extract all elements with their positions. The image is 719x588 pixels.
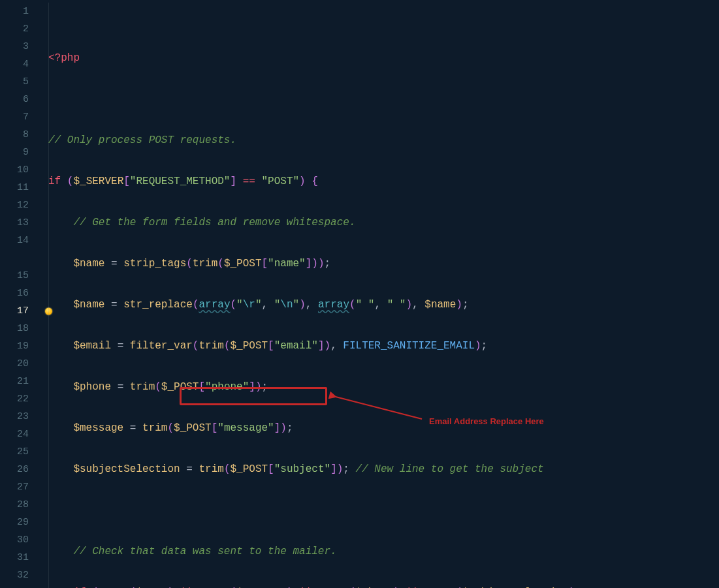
code-line[interactable] bbox=[40, 502, 719, 519]
ln-1: 1 bbox=[0, 3, 40, 20]
ln-4: 4 bbox=[0, 55, 40, 73]
ln-16: 16 bbox=[0, 285, 40, 302]
code-line[interactable]: // Only process POST requests. bbox=[40, 132, 719, 149]
ln-15: 15 bbox=[0, 267, 40, 285]
ln-24: 24 bbox=[0, 426, 40, 443]
code-line[interactable] bbox=[40, 91, 719, 108]
code-line[interactable]: // Check that data was sent to the maile… bbox=[40, 543, 719, 561]
ln-14: 14 bbox=[0, 232, 40, 249]
code-line[interactable]: $subjectSelection = trim($_POST["subject… bbox=[40, 461, 719, 478]
ln-20: 20 bbox=[0, 355, 40, 373]
ln-27: 27 bbox=[0, 478, 40, 496]
ln-5: 5 bbox=[0, 73, 40, 91]
ln-18: 18 bbox=[0, 320, 40, 337]
code-line[interactable]: <?php bbox=[40, 50, 719, 67]
line-number-gutter: 1 2 3 4 5 6 7 8 9 10 11 12 13 14 15 16 1… bbox=[0, 0, 40, 588]
ln-10: 10 bbox=[0, 161, 40, 179]
code-line[interactable]: $name = str_replace(array("\r", "\n"), a… bbox=[40, 296, 719, 314]
ln-30: 30 bbox=[0, 531, 40, 549]
code-line[interactable]: if (empty($name) || empty($message) || e… bbox=[40, 584, 719, 588]
ln-29: 29 bbox=[0, 514, 40, 531]
ln-22: 22 bbox=[0, 390, 40, 408]
ln-28: 28 bbox=[0, 496, 40, 514]
ln-26: 26 bbox=[0, 461, 40, 478]
ln-2: 2 bbox=[0, 20, 40, 38]
ln-21: 21 bbox=[0, 373, 40, 390]
ln-3: 3 bbox=[0, 38, 40, 55]
ln-23: 23 bbox=[0, 408, 40, 426]
ln-11: 11 bbox=[0, 179, 40, 196]
ln-17: 17 bbox=[0, 302, 40, 320]
ln-14b bbox=[0, 249, 40, 267]
ln-8: 8 bbox=[0, 126, 40, 144]
code-line[interactable]: if ($_SERVER["REQUEST_METHOD"] == "POST"… bbox=[40, 173, 719, 191]
code-line[interactable]: $name = strip_tags(trim($_POST["name"]))… bbox=[40, 255, 719, 273]
ln-12: 12 bbox=[0, 196, 40, 214]
ln-13: 13 bbox=[0, 214, 40, 232]
code-line[interactable]: $email = filter_var(trim($_POST["email"]… bbox=[40, 337, 719, 355]
ln-19: 19 bbox=[0, 337, 40, 355]
ln-31: 31 bbox=[0, 549, 40, 566]
ln-25: 25 bbox=[0, 443, 40, 461]
code-line[interactable]: // Get the form fields and remove whites… bbox=[40, 214, 719, 232]
ln-7: 7 bbox=[0, 108, 40, 126]
code-line[interactable]: $phone = trim($_POST["phone"]); bbox=[40, 379, 719, 396]
code-area[interactable]: <?php // Only process POST requests. if … bbox=[40, 0, 719, 588]
ln-32: 32 bbox=[0, 566, 40, 584]
ln-6: 6 bbox=[0, 91, 40, 108]
code-line[interactable]: $message = trim($_POST["message"]); bbox=[40, 420, 719, 437]
ln-9: 9 bbox=[0, 144, 40, 161]
svg-line-0 bbox=[336, 397, 422, 419]
code-editor[interactable]: 1 2 3 4 5 6 7 8 9 10 11 12 13 14 15 16 1… bbox=[0, 0, 719, 588]
